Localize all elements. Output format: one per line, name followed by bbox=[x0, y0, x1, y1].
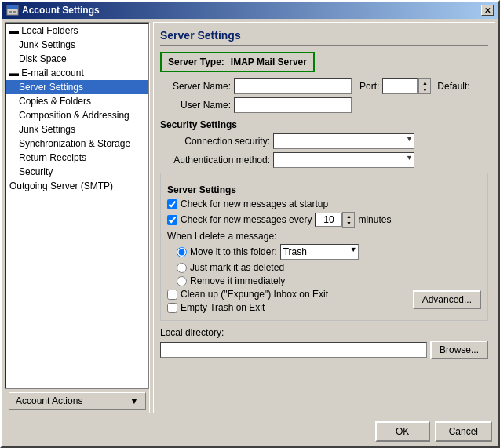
security-settings-title: Security Settings bbox=[160, 119, 488, 130]
dropdown-arrow-icon: ▼ bbox=[130, 395, 139, 406]
account-settings-window: Account Settings ✕ ▬ Local Folders Junk … bbox=[0, 0, 500, 448]
move-to-folder-radio[interactable] bbox=[177, 247, 187, 257]
delete-message-label: When I delete a message: bbox=[167, 231, 481, 242]
auth-method-wrapper: Normal password Encrypted password Kerbe… bbox=[273, 152, 414, 168]
just-mark-radio[interactable] bbox=[177, 263, 187, 273]
title-bar: Account Settings ✕ bbox=[2, 2, 498, 19]
remove-immediately-row: Remove it immediately bbox=[177, 275, 481, 286]
sidebar-item-junk-settings-email[interactable]: Junk Settings bbox=[6, 122, 148, 137]
close-button[interactable]: ✕ bbox=[481, 5, 494, 16]
cancel-button[interactable]: Cancel bbox=[435, 421, 492, 442]
clean-up-label: Clean up ("Expunge") Inbox on Exit bbox=[181, 289, 328, 300]
check-every-row: Check for new messages every 10 ▲ ▼ minu… bbox=[167, 212, 481, 228]
server-name-input[interactable] bbox=[234, 78, 352, 94]
trash-folder-select[interactable]: Trash Deleted Items Deleted Messages bbox=[280, 244, 359, 260]
security-settings-section: Security Settings Connection security: N… bbox=[160, 119, 488, 168]
sidebar-item-composition-addressing[interactable]: Composition & Addressing bbox=[6, 108, 148, 122]
server-type-value: IMAP Mail Server bbox=[231, 56, 307, 67]
svg-rect-3 bbox=[13, 11, 16, 13]
sidebar-item-local-folders[interactable]: ▬ Local Folders bbox=[6, 24, 148, 38]
server-name-row: Server Name: Port: ▲ ▼ Default: bbox=[160, 78, 488, 94]
title-bar-left: Account Settings bbox=[6, 4, 100, 16]
server-type-label: Server Type: bbox=[168, 56, 224, 67]
sidebar-item-return-receipts[interactable]: Return Receipts bbox=[6, 151, 148, 165]
sidebar-item-outgoing-server[interactable]: Outgoing Server (SMTP) bbox=[6, 179, 148, 193]
empty-trash-label: Empty Trash on Exit bbox=[181, 302, 265, 313]
move-to-folder-row: Move it to this folder: Trash Deleted It… bbox=[177, 244, 481, 260]
port-label: Port: bbox=[359, 81, 379, 92]
remove-immediately-label: Remove it immediately bbox=[190, 275, 285, 286]
port-spinner: ▲ ▼ bbox=[418, 78, 431, 94]
check-every-label-after: minutes bbox=[358, 214, 391, 225]
just-mark-row: Just mark it as deleted bbox=[177, 262, 481, 273]
svg-rect-2 bbox=[9, 11, 12, 13]
minutes-down-button[interactable]: ▼ bbox=[343, 220, 354, 227]
account-actions-bar: Account Actions ▼ bbox=[5, 388, 149, 413]
port-input[interactable] bbox=[382, 78, 418, 94]
check-startup-checkbox[interactable] bbox=[167, 199, 177, 209]
local-directory-section: Local directory: Browse... bbox=[160, 327, 488, 359]
auth-method-row: Authentication method: Normal password E… bbox=[160, 152, 488, 168]
minutes-up-button[interactable]: ▲ bbox=[343, 213, 354, 220]
just-mark-label: Just mark it as deleted bbox=[190, 262, 284, 273]
content-area: ▬ Local Folders Junk Settings Disk Space… bbox=[2, 19, 498, 417]
delete-message-section: When I delete a message: Move it to this… bbox=[167, 231, 481, 286]
left-panel: ▬ Local Folders Junk Settings Disk Space… bbox=[5, 22, 150, 413]
connection-security-select[interactable]: None STARTTLS SSL/TLS bbox=[273, 133, 414, 149]
sidebar-item-disk-space[interactable]: Disk Space bbox=[6, 52, 148, 66]
svg-rect-1 bbox=[7, 5, 18, 9]
connection-security-wrapper: None STARTTLS SSL/TLS bbox=[273, 133, 414, 149]
check-every-checkbox[interactable] bbox=[167, 215, 177, 225]
local-directory-input[interactable] bbox=[160, 342, 427, 358]
auth-method-label: Authentication method: bbox=[160, 155, 270, 166]
cleanup-advanced-row: Clean up ("Expunge") Inbox on Exit Empty… bbox=[167, 289, 481, 315]
move-to-folder-label: Move it to this folder: bbox=[190, 246, 277, 257]
local-directory-row: Browse... bbox=[160, 341, 488, 359]
empty-trash-row: Empty Trash on Exit bbox=[167, 302, 328, 313]
connection-security-row: Connection security: None STARTTLS SSL/T… bbox=[160, 133, 488, 149]
empty-trash-checkbox[interactable] bbox=[167, 303, 177, 313]
remove-immediately-radio[interactable] bbox=[177, 276, 187, 286]
ok-button[interactable]: OK bbox=[375, 421, 430, 442]
check-every-label-before: Check for new messages every bbox=[181, 214, 312, 225]
port-down-button[interactable]: ▼ bbox=[419, 86, 430, 93]
minutes-spinner: ▲ ▼ bbox=[342, 212, 355, 228]
collapse-icon: ▬ bbox=[9, 25, 21, 36]
check-startup-row: Check for new messages at startup bbox=[167, 199, 481, 209]
window-icon bbox=[6, 4, 19, 16]
tree-view: ▬ Local Folders Junk Settings Disk Space… bbox=[5, 23, 149, 388]
user-name-row: User Name: bbox=[160, 97, 488, 113]
advanced-button[interactable]: Advanced... bbox=[413, 290, 481, 309]
server-settings-content: Server Settings Check for new messages a… bbox=[160, 173, 488, 321]
user-name-input[interactable] bbox=[234, 97, 352, 113]
port-field: ▲ ▼ bbox=[382, 78, 431, 94]
auth-method-select[interactable]: Normal password Encrypted password Kerbe… bbox=[273, 152, 414, 168]
sidebar-item-email-account[interactable]: ▬ E-mail account bbox=[6, 66, 148, 80]
user-name-label: User Name: bbox=[160, 100, 231, 111]
server-type-box: Server Type: IMAP Mail Server bbox=[160, 52, 315, 72]
window-title: Account Settings bbox=[22, 5, 100, 16]
cleanup-group: Clean up ("Expunge") Inbox on Exit Empty… bbox=[167, 289, 328, 315]
default-label: Default: bbox=[437, 81, 469, 92]
sidebar-item-junk-settings-local[interactable]: Junk Settings bbox=[6, 38, 148, 52]
panel-title: Server Settings bbox=[160, 29, 488, 46]
sidebar-item-sync-storage[interactable]: Synchronization & Storage bbox=[6, 137, 148, 151]
minutes-input[interactable]: 10 bbox=[315, 213, 342, 227]
account-actions-button[interactable]: Account Actions ▼ bbox=[9, 392, 146, 410]
sidebar-item-security[interactable]: Security bbox=[6, 165, 148, 179]
local-directory-label: Local directory: bbox=[160, 327, 488, 338]
check-startup-label: Check for new messages at startup bbox=[181, 199, 328, 209]
sidebar-item-copies-folders[interactable]: Copies & Folders bbox=[6, 94, 148, 108]
clean-up-row: Clean up ("Expunge") Inbox on Exit bbox=[167, 289, 328, 300]
server-settings-section-title: Server Settings bbox=[167, 184, 481, 195]
bottom-bar: OK Cancel bbox=[2, 417, 498, 446]
connection-security-label: Connection security: bbox=[160, 136, 270, 147]
clean-up-checkbox[interactable] bbox=[167, 290, 177, 300]
trash-select-wrapper: Trash Deleted Items Deleted Messages bbox=[280, 244, 359, 260]
server-name-label: Server Name: bbox=[160, 81, 231, 92]
collapse-icon-email: ▬ bbox=[9, 67, 21, 78]
right-panel: Server Settings Server Type: IMAP Mail S… bbox=[153, 22, 495, 413]
port-up-button[interactable]: ▲ bbox=[419, 79, 430, 86]
browse-button[interactable]: Browse... bbox=[430, 341, 488, 359]
sidebar-item-server-settings[interactable]: Server Settings bbox=[6, 80, 148, 94]
